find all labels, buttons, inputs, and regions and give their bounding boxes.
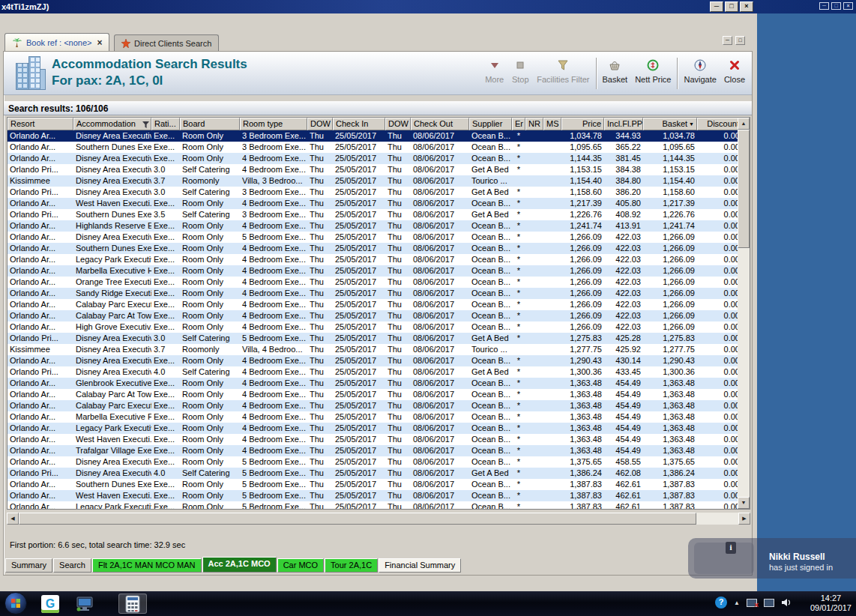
column-header-ms[interactable]: MS (543, 118, 561, 130)
scroll-up-icon[interactable]: ▲ (738, 118, 750, 130)
more-button[interactable]: More (481, 55, 507, 85)
column-header-rati-[interactable]: Rati... (151, 118, 180, 130)
table-row[interactable]: Orlando Ar...Trafalgar Village Exe...Exe… (7, 445, 738, 456)
child-restore-button[interactable]: □ (735, 36, 745, 45)
info-icon[interactable]: i (726, 542, 736, 554)
hidden-icons-chevron-icon[interactable]: ▲ (734, 600, 740, 606)
close-window-button[interactable]: × (740, 1, 753, 12)
column-header-dow[interactable]: DOW (385, 118, 411, 130)
table-row[interactable]: Orlando Ar...Marbella Executive Pl...Exe… (7, 411, 738, 423)
table-row[interactable]: Orlando Ar...Southern Dunes Exe...Exe...… (7, 479, 738, 490)
column-header-basket[interactable]: Basket▼ (643, 118, 697, 130)
column-header-resort[interactable]: Resort (7, 118, 73, 130)
table-row[interactable]: Orlando Ar...Orange Tree Executi...Exe..… (7, 277, 738, 288)
taskbar-app-active[interactable] (118, 594, 147, 614)
table-row[interactable]: Orlando Pri...Disney Area Executiv...3.0… (7, 333, 738, 344)
table-row[interactable]: Orlando Ar...Disney Area Executiv...Exe.… (7, 355, 738, 366)
column-header-dow[interactable]: DOW (307, 118, 333, 130)
tab-car[interactable]: Car MCO (277, 558, 324, 573)
start-button[interactable] (4, 592, 27, 615)
column-header-supplier[interactable]: Supplier (469, 118, 512, 130)
column-header-board[interactable]: Board (180, 118, 240, 130)
window-titlebar[interactable]: x4tTi1zmZJ) ─ □ × ─ □ × (0, 0, 856, 13)
nett-price-button[interactable]: Nett Price (631, 55, 675, 85)
table-row[interactable]: KissimmeeDisney Area Executive3.7Roomonl… (7, 344, 738, 355)
tab-search[interactable]: Search (53, 558, 91, 573)
table-row[interactable]: Orlando Pri...Disney Area Executiv...4.0… (7, 366, 738, 378)
table-row[interactable]: Orlando Ar...Calabay Parc Executi...Exe.… (7, 299, 738, 310)
outer-maximize-button[interactable]: □ (831, 2, 841, 10)
table-row[interactable]: Orlando Ar...Disney Area Executiv...Exe.… (7, 130, 738, 142)
table-row[interactable]: Orlando Ar...Calabay Parc At Tow...Exe..… (7, 310, 738, 321)
tab-summary[interactable]: Summary (5, 558, 52, 573)
table-row[interactable]: Orlando Ar...Disney Area Executiv...Exe.… (7, 232, 738, 243)
table-row[interactable]: Orlando Ar...Legacy Park Executiv...Exe.… (7, 501, 738, 509)
child-minimize-button[interactable]: ─ (723, 36, 732, 45)
table-row[interactable]: Orlando Ar...Marbella Executive H...Exe.… (7, 265, 738, 277)
table-row[interactable]: Orlando Ar...High Grove Executiv...Exe..… (7, 321, 738, 333)
signin-notification[interactable]: i Nikki Russell has just signed in (688, 538, 856, 579)
table-row[interactable]: Orlando Ar...Southern Dunes Exe...Exe...… (7, 243, 738, 254)
taskbar-app-monitor[interactable] (70, 594, 99, 614)
notification-thumbnail (694, 543, 754, 574)
table-row[interactable]: Orlando Ar...Glenbrook Executive ...Exe.… (7, 378, 738, 389)
taskbar-clock[interactable]: 14:27 09/01/2017 (810, 594, 852, 613)
basket-button[interactable]: Basket (599, 55, 632, 85)
tab-direct-clients-search[interactable]: Direct Clients Search (114, 34, 219, 51)
navigate-button[interactable]: Navigate (680, 55, 720, 85)
table-row[interactable]: Orlando Ar...Calabay Parc Executi...Exe.… (7, 400, 738, 411)
column-header-er[interactable]: Er (512, 118, 525, 130)
tab-accommodation[interactable]: Acc 2A,1C MCO (202, 557, 277, 573)
vertical-scroll-thumb[interactable] (738, 130, 750, 248)
table-row[interactable]: Orlando Pri...Disney Area Executiv...4.0… (7, 468, 738, 479)
scroll-down-icon[interactable]: ▼ (738, 497, 750, 509)
column-header-discount[interactable]: Discount (697, 118, 738, 130)
table-row[interactable]: Orlando Ar...Highlands Reserve E...Exe..… (7, 220, 738, 232)
display-icon[interactable] (764, 599, 774, 607)
column-header-incl-fl-pp[interactable]: Incl.Fl.PP (604, 118, 643, 130)
minimize-button[interactable]: ─ (710, 1, 723, 12)
horizontal-scrollbar[interactable]: ◀ ▶ (7, 513, 750, 525)
table-row[interactable]: Orlando Ar...Disney Area Executiv...Exe.… (7, 456, 738, 468)
tab-book-ref[interactable]: Book ref : <none> × (4, 33, 109, 51)
table-row[interactable]: Orlando Ar...Sandy Ridge Executi...Exe..… (7, 288, 738, 299)
volume-icon[interactable] (781, 598, 792, 607)
table-row[interactable]: Orlando Ar...Calabay Parc At Tow...Exe..… (7, 389, 738, 400)
table-row[interactable]: Orlando Ar...West Haven Executi...Exe...… (7, 198, 738, 209)
column-header-check-out[interactable]: Check Out (411, 118, 469, 130)
network-error-icon[interactable]: × (747, 599, 757, 607)
table-row[interactable]: Orlando Ar...Southern Dunes Exe...Exe...… (7, 142, 738, 153)
tab-tour[interactable]: Tour 2A,1C (325, 558, 378, 573)
outer-minimize-button[interactable]: ─ (819, 2, 829, 10)
column-header-nr[interactable]: NR (525, 118, 543, 130)
close-button[interactable]: Close (720, 55, 749, 85)
tab-close-icon[interactable]: × (97, 37, 102, 48)
stop-button[interactable]: Stop (507, 55, 533, 85)
column-header-accommodation[interactable]: Accommodation (73, 118, 151, 130)
table-row[interactable]: Orlando Pri...Disney Area Executiv...3.0… (7, 164, 738, 175)
table-row[interactable]: Orlando Ar...West Haven Executi...Exe...… (7, 434, 738, 445)
cell: 1,277.75 (561, 344, 604, 355)
table-row[interactable]: KissimmeeDisney Area Executive3.7Roomonl… (7, 175, 738, 187)
scroll-left-icon[interactable]: ◀ (7, 513, 19, 525)
tab-flight[interactable]: Flt 2A,1C MAN MCO MAN (92, 558, 202, 573)
column-header-price[interactable]: Price (561, 118, 604, 130)
table-row[interactable]: Orlando Pri...Southern Dunes Exe...3.5Se… (7, 209, 738, 220)
help-icon[interactable]: ? (715, 597, 727, 609)
vertical-scrollbar[interactable]: ▲ ▼ (738, 118, 750, 509)
table-row[interactable]: Orlando Pri...Disney Area Executiv...3.0… (7, 187, 738, 198)
filter-funnel-icon[interactable] (142, 121, 149, 128)
column-header-room-type[interactable]: Room type (240, 118, 307, 130)
restore-button[interactable]: □ (725, 1, 738, 12)
tab-financial-summary[interactable]: Financial Summary (379, 558, 461, 573)
outer-close-button[interactable]: × (843, 2, 853, 10)
table-row[interactable]: Orlando Ar...Legacy Park Executiv...Exe.… (7, 254, 738, 265)
table-row[interactable]: Orlando Ar...West Haven Executi...Exe...… (7, 490, 738, 501)
facilities-filter-button[interactable]: Facilities Filter (533, 55, 593, 85)
column-header-check-in[interactable]: Check In (333, 118, 385, 130)
scroll-right-icon[interactable]: ▶ (738, 513, 750, 525)
table-row[interactable]: Orlando Ar...Legacy Park Executiv...Exe.… (7, 423, 738, 434)
horizontal-scroll-thumb[interactable] (19, 513, 696, 525)
table-row[interactable]: Orlando Ar...Disney Area Executiv...Exe.… (7, 153, 738, 164)
taskbar-app-browser[interactable]: G (36, 594, 64, 614)
